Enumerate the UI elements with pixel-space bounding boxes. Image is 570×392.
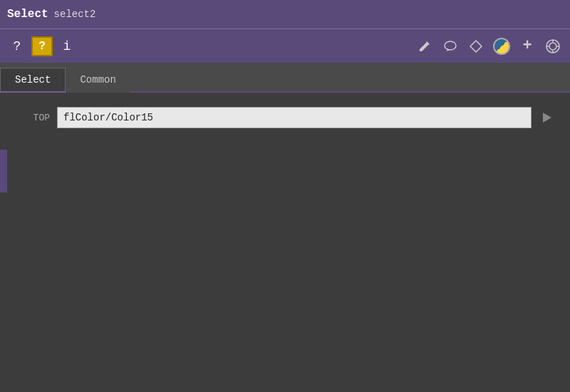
field-row: TOP [0, 107, 570, 128]
svg-marker-1 [470, 41, 482, 52]
title-name: select2 [54, 9, 96, 20]
field-label-top: TOP [14, 113, 50, 123]
tab-bar: Select Common [0, 63, 570, 93]
arrow-button[interactable] [539, 109, 556, 126]
svg-marker-8 [543, 113, 551, 123]
svg-point-3 [549, 43, 556, 50]
question-icon[interactable]: ? [7, 36, 27, 56]
info-icon[interactable]: i [57, 36, 77, 56]
tab-common[interactable]: Common [66, 68, 130, 93]
main-content: TOP [0, 93, 570, 392]
left-indicator [0, 150, 7, 192]
box-icon[interactable]: ? [31, 36, 53, 56]
settings-icon[interactable] [543, 36, 563, 56]
python-icon[interactable] [492, 36, 512, 56]
bubble-icon[interactable] [440, 36, 460, 56]
title-label: Select [7, 8, 48, 21]
svg-point-0 [445, 41, 456, 50]
add-icon[interactable]: + [517, 36, 537, 56]
tab-select[interactable]: Select [0, 68, 66, 93]
diamond-icon[interactable] [466, 36, 486, 56]
top-input[interactable] [57, 107, 532, 128]
toolbar: ? ? i + [0, 29, 570, 63]
title-bar: Select select2 [0, 0, 570, 29]
edit-icon[interactable] [415, 36, 435, 56]
toolbar-right: + [415, 36, 563, 56]
